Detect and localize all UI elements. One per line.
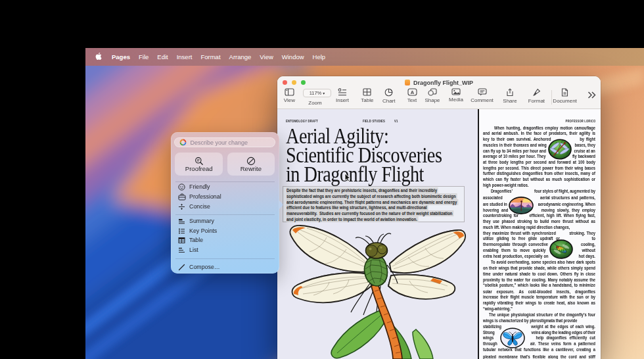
svg-text:A: A	[410, 89, 414, 95]
